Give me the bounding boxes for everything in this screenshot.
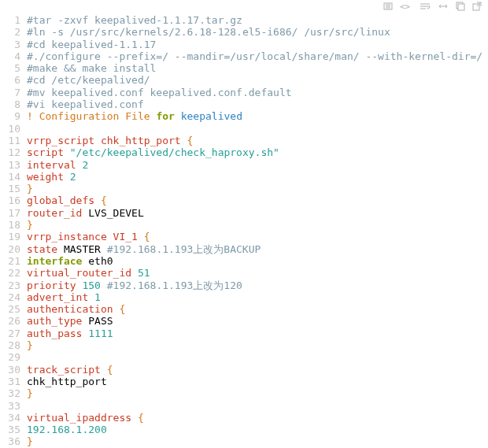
code-token: eth0 [88,255,113,267]
code-token: #make && make install [27,62,156,74]
line-number: 9 [0,110,20,122]
code-token: #cd keepalived-1.1.17 [27,39,156,50]
code-line: #tar -zxvf keepalived-1.1.17.tar.gz [27,14,488,26]
code-token: } [27,387,33,399]
code-line: } [27,435,488,447]
code-line: #cd /etc/keepalived/ [27,74,488,86]
code-token: LVS_DEVEL [88,207,143,219]
code-line: global_defs { [27,194,488,206]
line-number: 18 [0,219,20,231]
line-number: 20 [0,243,20,255]
code-token: PASS [88,315,113,327]
svg-rect-10 [458,4,464,10]
line-number: 6 [0,74,20,86]
code-line: ! Configuration File for keepalived [27,110,488,122]
code-line [27,351,488,363]
line-number: 16 [0,194,20,206]
code-line: auth_type PASS [27,315,488,327]
code-line: #mv keepalived.conf keepalived.conf.defa… [27,87,488,98]
line-number: 32 [0,387,20,399]
code-line: virtual_ipaddress { [27,412,488,424]
code-line: virtual_router_id 51 [27,267,488,279]
code-token: global_defs [27,194,101,206]
code-line: interface eth0 [27,255,488,267]
code-line: chk_http_port [27,376,488,387]
code-token: auth_pass [27,328,88,339]
line-number: 22 [0,267,20,279]
code-line: authentication { [27,303,488,315]
popup-icon[interactable] [472,2,482,11]
code-line: #make && make install [27,62,488,74]
code-line: 192.168.1.200 [27,424,488,435]
toggle-plain-icon[interactable] [383,2,393,10]
code-token: { [119,303,125,315]
code-line: #./configure --prefix=/ --mandir=/usr/lo… [27,50,488,62]
line-number: 23 [0,280,20,291]
code-line: #ln -s /usr/src/kernels/2.6.18-128.el5-i… [27,26,488,38]
code-token: vrrp_instance VI_1 [27,231,144,243]
code-token: weight [27,171,70,183]
code-editor: 1234567891011121314151617181920212223242… [0,11,488,448]
code-line [27,123,488,135]
code-token: virtual_router_id [27,267,138,279]
code-toolbar: <> [0,0,488,11]
code-token [101,280,107,291]
wrap-icon[interactable] [420,2,431,10]
code-token: 51 [138,267,150,279]
code-token: } [27,219,33,231]
code-token: #vi keepalived.conf [27,98,144,110]
code-line: auth_pass 1111 [27,328,488,339]
code-token: 150 [82,280,100,291]
code-token: 1111 [88,328,113,339]
code-token: { [138,412,144,424]
line-number: 10 [0,123,20,135]
code-token: priority [27,280,82,291]
line-number: 29 [0,351,20,363]
code-token: MASTER [64,243,107,255]
code-line: vrrp_instance VI_1 { [27,231,488,243]
line-number: 11 [0,135,20,146]
line-number: 7 [0,87,20,98]
code-token: vrrp_script chk_http_port [27,135,187,146]
line-number: 4 [0,50,20,62]
line-number: 19 [0,231,20,243]
line-number: 30 [0,364,20,376]
line-number: 36 [0,435,20,447]
line-number: 15 [0,183,20,194]
code-line: track_script { [27,364,488,376]
expand-horizontal-icon[interactable] [438,2,449,10]
code-token: ! Configuration File [27,110,156,122]
code-line: router_id LVS_DEVEL [27,207,488,219]
line-number: 8 [0,98,20,110]
line-number: 24 [0,291,20,303]
code-line [27,400,488,412]
code-token: state [27,243,64,255]
code-token: interval [27,159,82,171]
line-number: 26 [0,315,20,327]
code-token: #cd /etc/keepalived/ [27,74,150,86]
code-line: vrrp_script chk_http_port { [27,135,488,146]
code-token: chk_http_port [27,376,107,387]
code-brackets-icon[interactable]: <> [400,2,412,10]
code-token: { [107,364,113,376]
code-line: state MASTER #192.168.1.193上改为BACKUP [27,243,488,255]
code-token: { [187,135,194,146]
code-token: #mv keepalived.conf keepalived.conf.defa… [27,87,292,98]
code-token: for [156,110,174,122]
code-token: script [27,146,70,158]
line-number: 25 [0,303,20,315]
code-token: #tar -zxvf keepalived-1.1.17.tar.gz [27,14,242,26]
code-token: auth_type [27,315,88,327]
code-token: #ln -s /usr/src/kernels/2.6.18-128.el5-i… [27,26,390,38]
code-token: authentication [27,303,119,315]
code-token: 2 [70,171,76,183]
code-token: keepalived [181,110,242,122]
code-token: #192.168.1.193上改为BACKUP [107,243,261,255]
code-line: weight 2 [27,171,488,183]
code-token: { [101,194,107,206]
line-number: 35 [0,424,20,435]
copy-icon[interactable] [456,2,465,11]
code-token: track_script [27,364,107,376]
code-line: } [27,219,488,231]
code-line: } [27,183,488,194]
